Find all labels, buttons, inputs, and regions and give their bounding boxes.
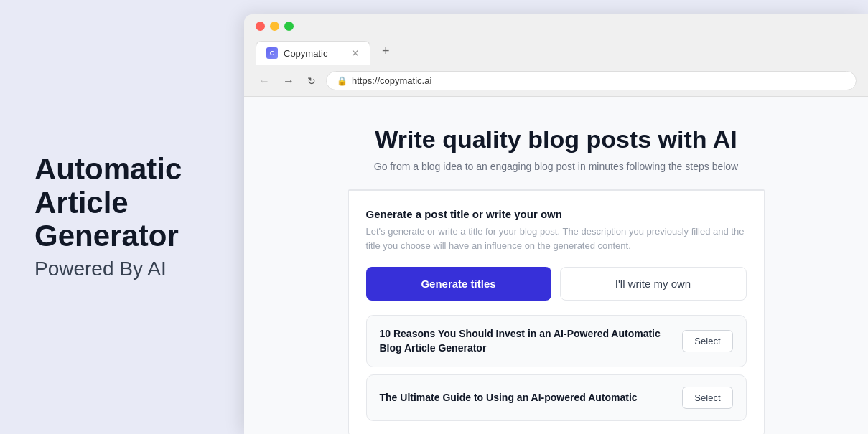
traffic-light-red[interactable]	[256, 22, 265, 31]
write-own-button[interactable]: I'll write my own	[560, 267, 747, 301]
select-button-2[interactable]: Select	[682, 387, 732, 409]
lock-icon: 🔒	[337, 76, 347, 86]
url-text: https://copymatic.ai	[352, 75, 431, 86]
back-button[interactable]: ←	[256, 73, 273, 89]
card-heading: Generate a post title or write your own	[366, 208, 747, 220]
page-subtitle: Go from a blog idea to an engaging blog …	[374, 161, 738, 172]
select-button-1[interactable]: Select	[682, 330, 732, 352]
forward-button[interactable]: →	[280, 73, 297, 89]
left-panel: Automatic Article Generator Powered By A…	[0, 0, 244, 434]
action-buttons: Generate titles I'll write my own	[366, 267, 747, 301]
browser-page: Write quality blog posts with AI Go from…	[244, 97, 868, 434]
tab-bar: C Copymatic ✕ +	[256, 38, 857, 65]
content-card: Generate a post title or write your own …	[348, 191, 765, 434]
traffic-light-green[interactable]	[284, 22, 294, 31]
page-title: Write quality blog posts with AI	[375, 126, 737, 154]
title-card-2: The Ultimate Guide to Using an AI-powere…	[366, 374, 747, 421]
url-bar[interactable]: 🔒 https://copymatic.ai	[326, 71, 857, 90]
traffic-lights	[256, 22, 857, 31]
tab-label: Copymatic	[284, 48, 327, 59]
headline-text: Automatic Article Generator	[34, 153, 182, 253]
browser-window: C Copymatic ✕ + ← → ↻ 🔒 https://copymati…	[244, 14, 868, 434]
copymatic-icon: C	[266, 47, 278, 59]
new-tab-button[interactable]: +	[373, 38, 398, 65]
traffic-light-yellow[interactable]	[270, 22, 279, 31]
subtitle-text: Powered By AI	[34, 257, 182, 281]
title-text-1: 10 Reasons You Should Invest in an AI-Po…	[380, 327, 671, 355]
title-options: 10 Reasons You Should Invest in an AI-Po…	[366, 315, 747, 421]
browser-tab[interactable]: C Copymatic ✕	[256, 41, 370, 65]
generate-titles-button[interactable]: Generate titles	[366, 267, 551, 301]
card-description: Let's generate or write a title for your…	[366, 225, 747, 253]
title-text-2: The Ultimate Guide to Using an AI-powere…	[380, 391, 671, 405]
tab-close-button[interactable]: ✕	[351, 47, 360, 59]
refresh-button[interactable]: ↻	[304, 74, 319, 88]
address-bar: ← → ↻ 🔒 https://copymatic.ai	[244, 65, 868, 97]
title-card-1: 10 Reasons You Should Invest in an AI-Po…	[366, 315, 747, 367]
browser-chrome: C Copymatic ✕ +	[244, 14, 868, 65]
